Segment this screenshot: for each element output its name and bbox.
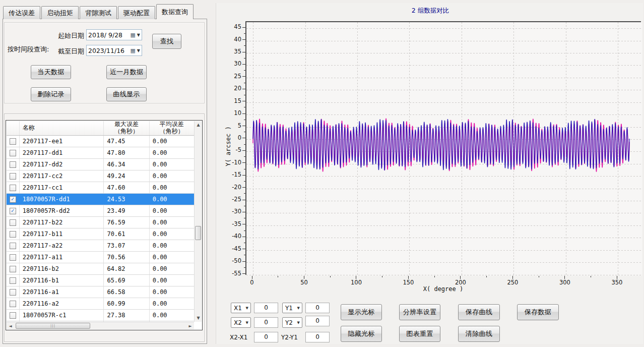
y-minor-tick-mark — [244, 39, 245, 40]
row-max-error: 23.49 — [104, 205, 149, 216]
start-date-label: 起始日期 — [58, 31, 84, 40]
y-tick-label: 45 — [224, 23, 241, 30]
today-data-button[interactable]: 当天数据 — [31, 65, 71, 79]
checkbox-icon[interactable] — [10, 138, 16, 145]
x1-select[interactable]: X1▼ — [231, 303, 251, 313]
table-row[interactable]: 2207116-a260.990.00 — [7, 298, 194, 310]
y-tick-label: 25 — [224, 73, 241, 80]
table-row[interactable]: ✓18070057R-dd223.490.00 — [7, 205, 194, 217]
checkbox-icon[interactable] — [10, 219, 16, 226]
checkbox-icon[interactable] — [10, 312, 16, 319]
start-date-picker[interactable]: 2018/ 9/28 ▦ ▼ — [86, 29, 142, 40]
table-row[interactable]: 2207117-a1170.560.00 — [7, 252, 194, 263]
chart-plot-area[interactable] — [245, 21, 641, 275]
table-row[interactable]: 2207117-cc249.240.00 — [7, 170, 194, 182]
header-name[interactable]: 名称 — [20, 121, 104, 135]
clear-curve-button[interactable]: 清除曲线 — [458, 326, 500, 342]
table-header-row: 名称 最大误差（角秒） 平均误差（角秒） — [7, 121, 194, 136]
save-curve-button[interactable]: 保存曲线 — [458, 304, 500, 320]
chevron-down-icon[interactable]: ▼ — [137, 33, 140, 37]
header-avg-error[interactable]: 平均误差（角秒） — [150, 121, 194, 135]
scroll-right-icon[interactable]: ► — [186, 322, 194, 330]
checkbox-icon[interactable] — [10, 185, 16, 191]
checkbox-icon[interactable] — [10, 277, 16, 284]
x1-value-field[interactable]: 0 — [254, 303, 278, 313]
y2-value-field[interactable]: 0 — [305, 316, 330, 326]
checkbox-icon[interactable] — [10, 150, 16, 156]
end-date-picker[interactable]: 2023/11/16 ▦ ▼ — [86, 45, 142, 56]
delete-record-button[interactable]: 删除记录 — [31, 87, 71, 101]
x2-value-field[interactable]: 0 — [254, 317, 278, 328]
x2-select[interactable]: X2▼ — [231, 317, 251, 328]
resolution-settings-button[interactable]: 分辨率设置 — [399, 304, 440, 320]
row-max-error: 47.45 — [104, 136, 149, 147]
header-max-error[interactable]: 最大误差（角秒） — [104, 121, 149, 135]
y-tick-label: -25 — [224, 196, 241, 203]
tab-0[interactable]: 传达误差 — [3, 6, 40, 19]
delta-y-field[interactable]: 0 — [305, 332, 330, 342]
tab-1[interactable]: 启动扭矩 — [41, 6, 79, 19]
checkbox-checked-icon[interactable]: ✓ — [10, 196, 16, 203]
y-minor-tick-mark — [244, 261, 245, 262]
table-vertical-scrollbar[interactable]: ▲ ▼ — [194, 121, 202, 322]
y-tick-label: -50 — [224, 257, 241, 264]
checkbox-icon[interactable] — [10, 173, 16, 180]
horizontal-scroll-thumb[interactable]: ||| — [16, 323, 90, 329]
table-row[interactable]: 2207116-b165.690.00 — [7, 275, 194, 286]
chevron-down-icon[interactable]: ▼ — [137, 48, 140, 53]
chevron-down-icon: ▼ — [246, 306, 248, 310]
query-section-label: 按时间段查询: — [8, 45, 49, 54]
y1-value-field[interactable]: 0 — [305, 303, 330, 313]
curve-display-button[interactable]: 曲线显示 — [106, 87, 147, 101]
tab-4[interactable]: 数据查询 — [156, 4, 194, 19]
show-cursor-button[interactable]: 显示光标 — [341, 304, 382, 320]
table-row[interactable]: 2207117-cc147.600.00 — [7, 182, 194, 194]
chevron-down-icon: ▼ — [297, 306, 300, 310]
table-row[interactable]: 2207117-dd246.340.00 — [7, 159, 194, 170]
row-checkbox-cell — [7, 240, 20, 251]
checkbox-icon[interactable] — [10, 266, 16, 272]
chart-reset-button[interactable]: 图表重置 — [399, 326, 440, 342]
delta-x-field[interactable]: 0 — [254, 332, 278, 342]
row-avg-error: 0.00 — [150, 194, 194, 205]
row-name: 18070057R-c1 — [20, 310, 104, 321]
scroll-up-icon[interactable]: ▲ — [195, 121, 202, 129]
scroll-left-icon[interactable]: ◄ — [7, 322, 14, 330]
vertical-scroll-thumb[interactable] — [195, 226, 201, 240]
checkbox-icon[interactable] — [10, 254, 16, 261]
table-row[interactable]: 2207117-a2273.070.00 — [7, 240, 194, 252]
row-name: 2207116-a2 — [20, 298, 104, 309]
y-minor-tick-mark — [244, 218, 245, 218]
checkbox-icon[interactable] — [10, 231, 16, 238]
table-row[interactable]: 2207116-b264.820.00 — [7, 263, 194, 275]
y-minor-tick-mark — [244, 89, 245, 89]
y-minor-tick-mark — [244, 175, 245, 176]
row-avg-error: 0.00 — [150, 252, 194, 263]
table-row[interactable]: 2207117-b2276.590.00 — [7, 217, 194, 228]
checkbox-icon[interactable] — [10, 161, 16, 168]
row-checkbox-cell — [7, 228, 20, 240]
y2-select[interactable]: Y2▼ — [282, 317, 302, 328]
y1-select[interactable]: Y1▼ — [282, 303, 302, 313]
tab-3[interactable]: 驱动配置 — [118, 6, 155, 19]
last-month-data-button[interactable]: 近一月数据 — [106, 65, 147, 79]
tab-2[interactable]: 背隙测试 — [80, 6, 117, 19]
table-row[interactable]: 2207116-a166.580.00 — [7, 286, 194, 298]
hide-cursor-button[interactable]: 隐藏光标 — [341, 326, 382, 342]
y-tick-label: 30 — [224, 60, 241, 67]
table-row[interactable]: 2207117-b1170.610.00 — [7, 228, 194, 240]
checkbox-checked-icon[interactable]: ✓ — [10, 208, 16, 214]
table-row[interactable]: ✓18070057R-dd124.530.00 — [7, 194, 194, 205]
save-data-button[interactable]: 保存数据 — [517, 304, 559, 320]
chart-canvas — [246, 22, 642, 276]
table-row[interactable]: 18070057R-c127.380.00 — [7, 310, 194, 321]
table-horizontal-scrollbar[interactable]: ◄ ||| ► — [7, 322, 194, 329]
checkbox-icon[interactable] — [10, 289, 16, 296]
table-row[interactable]: 2207117-dd147.800.00 — [7, 147, 194, 159]
scroll-down-icon[interactable]: ▼ — [195, 314, 202, 322]
checkbox-icon[interactable] — [10, 243, 16, 249]
checkbox-icon[interactable] — [10, 301, 16, 307]
table-row[interactable]: 2207117-ee147.450.00 — [7, 136, 194, 147]
row-checkbox-cell: ✓ — [7, 205, 20, 216]
search-button[interactable]: 查找 — [152, 34, 181, 49]
